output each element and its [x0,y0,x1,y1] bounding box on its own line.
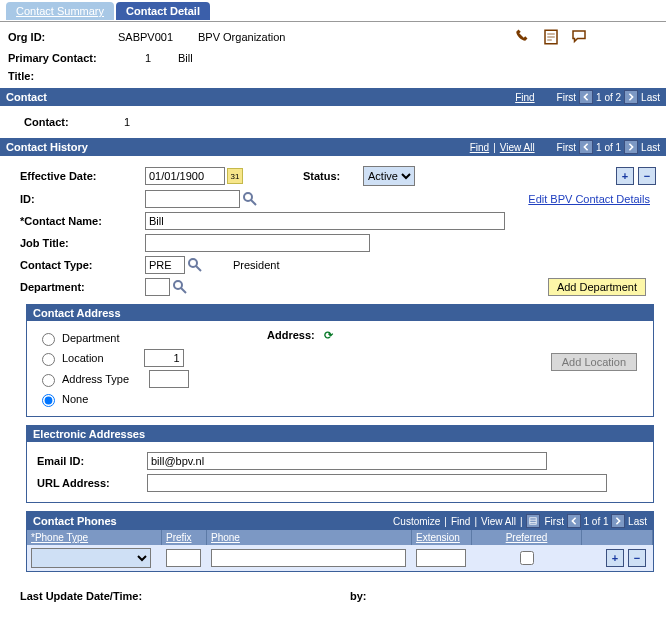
radio-location[interactable] [42,353,55,366]
svg-line-7 [196,266,201,271]
phone-preferred-checkbox[interactable] [520,551,534,565]
email-id-input[interactable] [147,452,547,470]
contact-section-title: Contact [6,91,515,103]
col-phone-type[interactable]: *Phone Type [27,530,162,545]
svg-point-8 [174,281,182,289]
history-viewall-link[interactable]: View All [500,142,535,153]
radio-address-type[interactable] [42,374,55,387]
contact-type-lookup-icon[interactable] [187,257,203,273]
history-first-label: First [557,142,576,153]
location-input[interactable] [144,349,184,367]
phones-first-label: First [544,516,563,527]
contact-value: 1 [124,116,130,128]
contact-address-header: Contact Address [27,305,653,321]
org-id-value: SABPV001 [118,31,198,43]
phones-next-button[interactable] [611,514,625,528]
contact-name-input[interactable] [145,212,505,230]
department-lookup-icon[interactable] [172,279,188,295]
add-row-button[interactable]: + [616,167,634,185]
radio-department-label: Department [62,332,119,344]
effective-date-label: Effective Date: [20,170,145,182]
phones-last-label: Last [628,516,647,527]
id-lookup-icon[interactable] [242,191,258,207]
history-section-title: Contact History [6,141,470,153]
contact-next-button[interactable] [624,90,638,104]
delete-row-button[interactable]: − [638,167,656,185]
id-label: ID: [20,193,145,205]
status-label: Status: [303,170,363,182]
electronic-addresses-header: Electronic Addresses [27,426,653,442]
contact-type-input[interactable] [145,256,185,274]
svg-line-9 [181,288,186,293]
contact-first-label: First [557,92,576,103]
history-last-label: Last [641,142,660,153]
phones-counter: 1 of 1 [584,516,609,527]
phone-type-select[interactable] [31,548,151,568]
radio-none[interactable] [42,394,55,407]
col-preferred[interactable]: Preferred [472,530,582,545]
radio-none-label: None [62,393,88,405]
status-select[interactable]: Active [363,166,415,186]
svg-point-6 [189,259,197,267]
effective-date-input[interactable] [145,167,225,185]
phones-find-link[interactable]: Find [451,516,470,527]
address-label: Address: ⟳ [267,329,333,342]
col-phone[interactable]: Phone [207,530,412,545]
contact-label: Contact: [24,116,124,128]
url-address-input[interactable] [147,474,607,492]
job-title-input[interactable] [145,234,370,252]
notepad-icon[interactable] [542,28,560,46]
tab-contact-detail[interactable]: Contact Detail [116,2,210,20]
job-title-label: Job Title: [20,237,145,249]
history-prev-button[interactable] [579,140,593,154]
contact-type-label: Contact Type: [20,259,145,271]
department-label: Department: [20,281,145,293]
col-prefix[interactable]: Prefix [162,530,207,545]
primary-contact-number: 1 [118,52,178,64]
speech-bubble-icon[interactable] [570,28,588,46]
phones-prev-button[interactable] [567,514,581,528]
radio-address-type-label: Address Type [62,373,129,385]
department-input[interactable] [145,278,170,296]
tab-contact-summary[interactable]: Contact Summary [6,2,114,20]
phone-note-icon[interactable] [514,28,532,46]
history-find-link[interactable]: Find [470,142,489,153]
add-location-button: Add Location [551,353,637,371]
last-update-label: Last Update Date/Time: [20,590,190,602]
phone-delete-row-button[interactable]: − [628,549,646,567]
url-address-label: URL Address: [37,477,147,489]
phone-add-row-button[interactable]: + [606,549,624,567]
title-label: Title: [8,70,118,82]
id-input[interactable] [145,190,240,208]
org-id-label: Org ID: [8,31,118,43]
date-picker-icon[interactable]: 31 [227,168,243,184]
org-name: BPV Organization [198,31,285,43]
svg-rect-10 [530,518,536,524]
contact-name-label: *Contact Name: [20,215,145,227]
contact-counter: 1 of 2 [596,92,621,103]
phone-number-input[interactable] [211,549,406,567]
phones-viewall-link[interactable]: View All [481,516,516,527]
phone-prefix-input[interactable] [166,549,201,567]
contact-prev-button[interactable] [579,90,593,104]
contact-phones-header: Contact Phones [33,515,393,527]
by-label: by: [350,590,380,602]
contact-type-description: President [233,259,279,271]
primary-contact-name: Bill [178,52,193,64]
contact-last-label: Last [641,92,660,103]
phones-grid-icon[interactable] [526,514,540,528]
radio-department[interactable] [42,333,55,346]
svg-point-4 [244,193,252,201]
primary-contact-label: Primary Contact: [8,52,118,64]
address-type-input[interactable] [149,370,189,388]
edit-bpv-contact-link[interactable]: Edit BPV Contact Details [528,193,650,205]
history-next-button[interactable] [624,140,638,154]
add-department-button[interactable]: Add Department [548,278,646,296]
phones-customize-link[interactable]: Customize [393,516,440,527]
col-extension[interactable]: Extension [412,530,472,545]
phone-extension-input[interactable] [416,549,466,567]
contact-find-link[interactable]: Find [515,92,534,103]
svg-line-5 [251,200,256,205]
radio-location-label: Location [62,352,104,364]
refresh-icon[interactable]: ⟳ [324,329,333,341]
